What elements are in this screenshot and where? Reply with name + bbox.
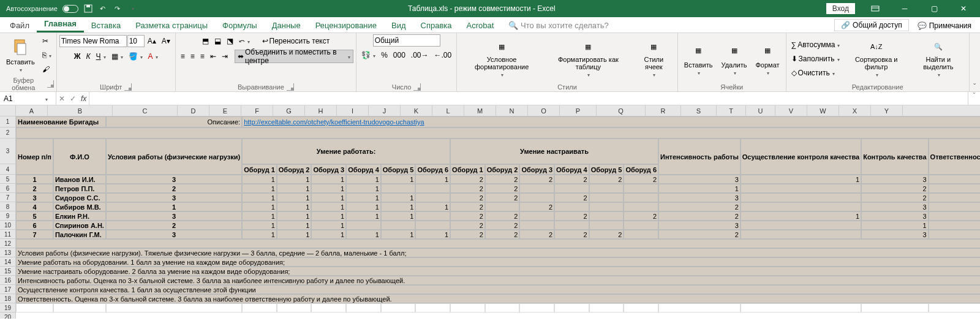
cell[interactable]: 1 — [277, 193, 312, 202]
spreadsheet-grid[interactable]: ABCDEFGHIJKLMNOPQRSTUVWXY 12345678910111… — [0, 105, 980, 319]
accounting-format-button[interactable]: 💱 — [359, 48, 378, 62]
tab-file[interactable]: Файл — [2, 18, 37, 32]
row-header[interactable]: 20 — [0, 313, 16, 319]
cell[interactable] — [242, 303, 277, 313]
row-header[interactable]: 1 — [0, 116, 16, 127]
enter-formula-icon[interactable]: ✓ — [70, 94, 76, 103]
cell[interactable]: Условия работы (физические нагрузки). Тя… — [16, 248, 980, 257]
cell[interactable]: 2 — [658, 202, 741, 211]
align-launcher[interactable] — [287, 83, 294, 91]
column-header[interactable]: V — [775, 105, 807, 116]
row-header[interactable]: 9 — [0, 211, 16, 221]
expand-fbar-button[interactable]: ˇ — [968, 92, 980, 105]
cell[interactable] — [589, 193, 624, 202]
cell[interactable]: 2 — [485, 211, 520, 221]
cell[interactable]: http://exceltable.com/otchety/koefficien… — [242, 116, 980, 127]
fill-button[interactable]: ⬇ Заполнить — [789, 52, 843, 66]
cell[interactable] — [554, 202, 589, 211]
cell[interactable]: 1 — [658, 184, 741, 193]
cell[interactable]: Сибиров М.В. — [53, 202, 106, 211]
border-button[interactable]: ▦ — [109, 50, 126, 63]
column-header[interactable]: H — [305, 105, 337, 116]
cell[interactable] — [16, 127, 980, 139]
cell[interactable]: 1 — [311, 211, 346, 221]
cell[interactable]: 2 — [450, 175, 485, 184]
cell[interactable]: 2 — [450, 193, 485, 202]
row-header[interactable]: 6 — [0, 184, 16, 193]
column-header[interactable]: A — [16, 105, 48, 116]
cell[interactable]: Умение работать: — [242, 139, 450, 164]
cell[interactable]: 2 — [519, 202, 554, 211]
cell[interactable] — [53, 303, 106, 313]
cell[interactable]: 2 — [554, 193, 589, 202]
row-header[interactable]: 3 — [0, 139, 16, 164]
font-name-input[interactable] — [59, 35, 127, 47]
column-header[interactable]: M — [464, 105, 496, 116]
cell[interactable] — [381, 303, 416, 313]
cell[interactable]: 1 — [106, 202, 242, 211]
autosum-button[interactable]: ∑ Автосумма — [789, 38, 843, 51]
cell[interactable]: 1 — [311, 193, 346, 202]
tab-layout[interactable]: Разметка страницы — [128, 18, 215, 32]
decrease-font-button[interactable]: A▾ — [159, 34, 173, 48]
tab-acrobat[interactable]: Acrobat — [459, 18, 502, 32]
cell[interactable]: 3 — [861, 202, 928, 211]
column-header[interactable]: I — [337, 105, 369, 116]
column-header[interactable]: R — [646, 105, 681, 116]
cell[interactable]: 1 — [346, 202, 381, 211]
cell[interactable]: 2 — [450, 184, 485, 193]
bold-button[interactable]: Ж — [72, 50, 83, 63]
cell[interactable] — [519, 193, 554, 202]
increase-font-button[interactable]: A▴ — [145, 34, 159, 48]
cell[interactable]: 2 — [485, 184, 520, 193]
row-header[interactable]: 4 — [0, 164, 16, 175]
cell[interactable] — [741, 184, 861, 193]
tab-insert[interactable]: Вставка — [84, 18, 128, 32]
paste-button[interactable]: Вставить — [2, 34, 39, 76]
collapse-ribbon-button[interactable]: ˇ — [969, 33, 980, 91]
increase-indent-button[interactable]: ⇥ — [219, 50, 230, 63]
cell[interactable]: 3 — [106, 175, 242, 184]
cell[interactable]: 1 — [346, 193, 381, 202]
cell[interactable]: 1 — [16, 175, 53, 184]
column-header[interactable]: X — [839, 105, 871, 116]
minimize-icon[interactable]: ─ — [891, 0, 919, 17]
cell[interactable]: Оборуд 4 — [346, 164, 381, 175]
cell[interactable]: 1 — [311, 184, 346, 193]
cell[interactable]: Осуществление контроля качества — [741, 139, 861, 175]
cell[interactable]: 2 — [485, 230, 520, 239]
tab-home[interactable]: Главная — [37, 17, 84, 32]
cell[interactable] — [450, 303, 485, 313]
cell[interactable]: Номер п/п — [16, 139, 53, 175]
formula-input[interactable] — [89, 92, 968, 105]
cell[interactable]: 6 — [16, 221, 53, 230]
row-header[interactable]: 18 — [0, 294, 16, 303]
align-middle-button[interactable]: ⬓ — [212, 34, 224, 48]
format-table-button[interactable]: ▦Форматировать как таблицу — [545, 38, 631, 80]
cell[interactable] — [16, 303, 53, 313]
cell[interactable]: Оборуд 6 — [624, 164, 658, 175]
cell[interactable]: Интенсивность работы — [658, 139, 741, 175]
cell[interactable]: 1 — [242, 184, 277, 193]
qat-customize[interactable] — [127, 4, 137, 13]
cell[interactable]: 3 — [929, 202, 980, 211]
cell[interactable]: 3 — [658, 175, 741, 184]
cell[interactable] — [311, 303, 346, 313]
cell[interactable]: 1 — [242, 193, 277, 202]
column-header[interactable]: B — [48, 105, 113, 116]
row-header[interactable]: 10 — [0, 221, 16, 230]
decrease-decimal-button[interactable]: ←.00 — [432, 48, 454, 62]
format-painter-button[interactable]: 🖌 — [40, 63, 54, 76]
cell[interactable]: 1 — [277, 184, 312, 193]
cell[interactable] — [415, 211, 450, 221]
cell[interactable] — [929, 303, 980, 313]
column-header[interactable]: U — [746, 105, 775, 116]
cell[interactable] — [519, 184, 554, 193]
cell[interactable]: 3 — [106, 230, 242, 239]
cell[interactable]: 1 — [381, 202, 416, 211]
cell[interactable]: Оборуд 2 — [485, 164, 520, 175]
cell[interactable]: Оборуд 5 — [381, 164, 416, 175]
cell[interactable] — [346, 303, 381, 313]
cell[interactable]: Палочкин Г.М. — [53, 230, 106, 239]
cancel-formula-icon[interactable]: ✕ — [59, 94, 65, 103]
